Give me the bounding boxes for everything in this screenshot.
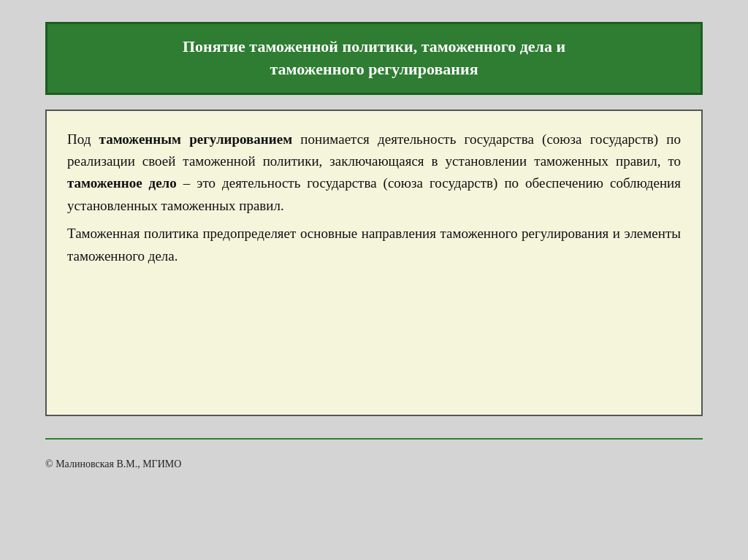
title-line1: Понятие таможенной политики, таможенного… bbox=[183, 37, 565, 55]
bold-term2: таможенное дело bbox=[67, 175, 177, 191]
title-text: Понятие таможенной политики, таможенного… bbox=[65, 36, 683, 81]
text-before-bold1: Под bbox=[67, 131, 99, 147]
content-paragraph2: Таможенная политика предопределяет основ… bbox=[67, 223, 681, 267]
title-box: Понятие таможенной политики, таможенного… bbox=[45, 22, 703, 95]
paragraph2-text: Таможенная политика предопределяет основ… bbox=[67, 226, 681, 263]
title-line2: таможенного регулирования bbox=[270, 60, 478, 78]
slide-container: Понятие таможенной политики, таможенного… bbox=[45, 22, 703, 470]
footer-copyright: © Малиновская В.М., МГИМО bbox=[45, 459, 703, 470]
content-box: Под таможенным регулированием понимается… bbox=[45, 110, 703, 416]
bold-term1: таможенным регулированием bbox=[99, 131, 293, 147]
footer-divider bbox=[45, 438, 703, 440]
content-paragraph1: Под таможенным регулированием понимается… bbox=[67, 129, 681, 218]
